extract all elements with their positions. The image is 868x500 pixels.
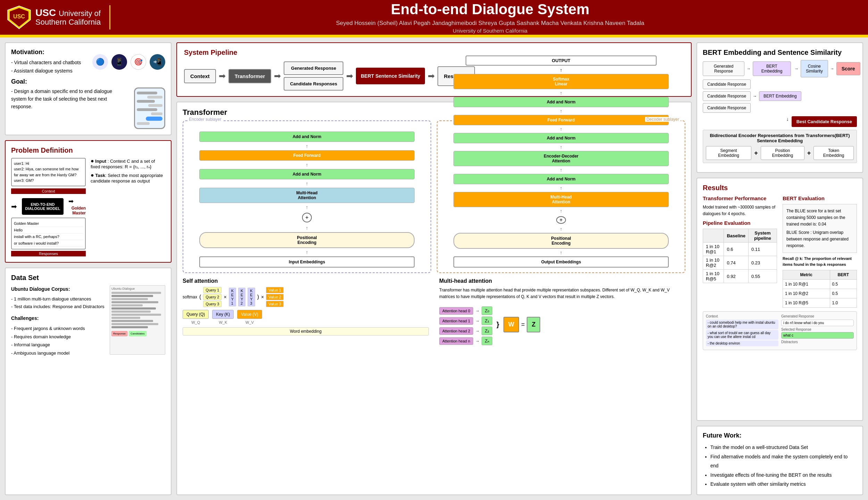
eval-table: Baseline System pipeline 1 in 10 R@1 0.6… — [703, 229, 777, 283]
future-list: Train the model on a well-structured Dat… — [703, 443, 857, 489]
gen-resp-text: i do n't know what i do you — [781, 320, 854, 326]
motivation-list: Virtual characters and chatbots Assistan… — [11, 59, 92, 75]
bert-r2-metric: 1 in 10 R@2 — [783, 289, 830, 298]
best-candidate-box: Best Candidate Response — [792, 116, 857, 127]
enc-plus: + — [302, 213, 312, 222]
sel-resp-label: Selected Response — [781, 328, 854, 331]
motivation-item-2: Assistant dialogue systems — [11, 67, 92, 75]
authors-list: Seyed Hossein (Soheil) Alavi Pegah Janda… — [119, 20, 861, 27]
bert-eval-title: BERT Evaluation — [783, 195, 857, 201]
response-hello: Hello — [14, 227, 83, 234]
bert-r3-metric: 1 in 10 R@5 — [783, 298, 830, 308]
assistant-icons-row: 🔵 📱 🎯 📲 — [92, 49, 165, 75]
dec-arrow-5: ↑ — [560, 167, 562, 173]
pipeline-bert: BERT Sentence Similarity — [356, 68, 425, 84]
eval-r2-label: 1 in 10 R@2 — [703, 256, 724, 270]
response-golden: Golden Master — [14, 220, 83, 227]
response-rc: install with a RC, perhaps? — [14, 234, 83, 240]
query-q: Query (Q) — [183, 310, 209, 319]
yellow-divider — [0, 35, 868, 37]
dataset-item-1: - 1 million multi-turn dialogue utteranc… — [11, 295, 105, 303]
enc-arrow-2: ↑ — [306, 162, 308, 168]
corpus-title: Ubuntu Dialogue Corpus: — [11, 285, 105, 294]
svg-text:USC: USC — [13, 14, 25, 19]
dec-multi-head: Multi-HeadAttention — [453, 192, 668, 207]
query3: Query 3 — [203, 301, 222, 307]
z2: Z₂ — [482, 327, 492, 335]
enc-pos-enc: PositionalEncoding — [199, 232, 414, 248]
google-icon: 🎯 — [131, 54, 146, 70]
pipeline-arrow-4: ➡ — [428, 71, 435, 81]
challenge-2: - Requires domain knowledge — [11, 333, 105, 341]
dec-arrow-1: ↑ — [560, 90, 562, 96]
dec-arrow-9: ↑ — [560, 250, 562, 255]
key3: KEY3 — [248, 288, 255, 306]
page-header: USC USC University of Southern Californi… — [0, 0, 868, 35]
siri-icon: 🔵 — [92, 54, 108, 70]
eval-col-0 — [703, 229, 724, 243]
cosine-sim: Cosine Similarity — [801, 60, 828, 77]
bert-title: BERT Embedding and Sentence Similarity — [703, 49, 857, 57]
responses-box: Golden Master Hello install with a RC, p… — [11, 218, 86, 249]
model-desc: Model trained with ~300000 samples of di… — [703, 204, 777, 217]
multi-head-section: Multi-head attention Transformer has mul… — [439, 278, 685, 345]
val3: Value 3 — [266, 301, 284, 307]
multi-head-title: Multi-head attention — [439, 278, 685, 284]
context-label: Context — [11, 188, 86, 194]
enc-feed-forward: Feed Forward — [199, 150, 414, 161]
transformer-card: Transformer Encoder sublayer Add and Nor… — [176, 102, 692, 495]
recall-title: Recall @ k: The proportion of relevant i… — [783, 256, 857, 267]
bert-cand-1: Candidate Response — [703, 79, 751, 89]
pipeline-eval-title: Pipeline Evaluation — [703, 220, 777, 226]
bert-r2-val: 0.5 — [830, 289, 857, 298]
golden-master-output: Golden Master — [68, 206, 86, 215]
bixby-icon: 📲 — [150, 54, 165, 70]
enc-add-norm-bot: Add and Norm — [199, 169, 414, 179]
left-column: Motivation: Virtual characters and chatb… — [5, 42, 172, 495]
bert-generated: Generated Response — [703, 61, 744, 76]
bert-cand-2: Candidate Response — [703, 91, 751, 101]
problem-title: Problem Definition — [11, 146, 165, 154]
eval-col-system: System pipeline — [748, 229, 777, 243]
motivation-item-1: Virtual characters and chatbots — [11, 59, 92, 67]
score-box: Score — [836, 62, 860, 75]
bert-row-2: 1 in 10 R@2 0.5 — [783, 289, 857, 298]
dec-output-emb: Output Embeddings — [453, 256, 668, 268]
usc-university: University of — [59, 9, 101, 18]
user2-text: user2: Hiya, can someone tell me how far… — [14, 166, 83, 178]
results-card: Results Transformer Performance Model tr… — [696, 178, 863, 421]
dec-softmax: SoftmaxLinear — [453, 74, 668, 89]
dec-enc-dec-attn: Encoder-DecoderAttention — [453, 151, 668, 166]
head-1: Attention head 1 — [439, 317, 473, 325]
dataset-title: Data Set — [11, 274, 165, 282]
pipeline-transformer: Transformer — [228, 69, 272, 83]
dec-arrow-7: ↑ — [560, 208, 562, 214]
zn: Zₙ — [482, 337, 492, 345]
enc-arrow-4: ↑ — [306, 204, 308, 210]
head-n: Attention head n — [439, 337, 473, 345]
bert-cand-3: Candidate Response — [703, 103, 751, 113]
dec-arrow-2: ↑ — [560, 108, 562, 114]
chat-line-2: - what sort of troubl we can guess all d… — [706, 330, 778, 340]
head-2: Attention head 2 — [439, 327, 473, 335]
enc-arrow-6: ↑ — [306, 249, 308, 255]
val2: Value 2 — [266, 294, 284, 300]
dec-pos-enc: PositionalEncoding — [453, 233, 668, 249]
responses-label: Responses — [11, 251, 86, 256]
distractors-label: Distractors — [781, 340, 854, 344]
dec-feed-forward: Feed Forward — [453, 115, 668, 125]
pipeline-generated: Generated Response — [284, 61, 343, 75]
bert-row-1: 1 in 10 R@1 0.5 — [783, 280, 857, 289]
institution-label: University of Southern California — [119, 28, 861, 34]
dec-arrow-6: ↑ — [560, 185, 562, 191]
goal-text: - Design a domain specific end to end di… — [11, 87, 127, 111]
wq-label: W_Q — [191, 320, 200, 324]
pipeline-arrow-1: ➡ — [219, 71, 226, 81]
phone-mockup — [134, 87, 165, 129]
blue-note: BLUE Score : Unigram overlap between res… — [786, 229, 853, 249]
user1-text: user1: Hi — [14, 161, 83, 167]
pipeline-arrow-3: ➡ — [346, 71, 353, 81]
future-item-2: Find alternative models and make the sys… — [710, 452, 857, 471]
enc-arrow-1: ↑ — [306, 143, 308, 149]
usc-abbr: USC — [35, 7, 56, 18]
